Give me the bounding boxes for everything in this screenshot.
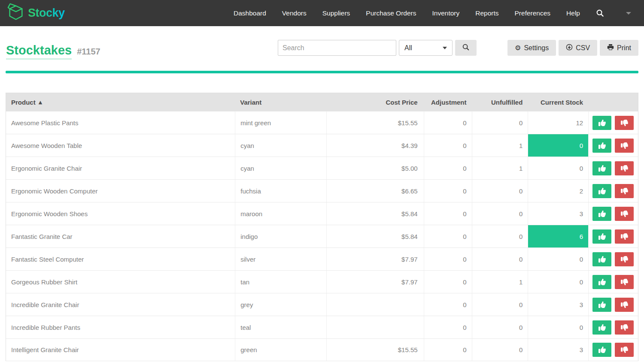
printer-icon	[607, 44, 614, 52]
thumbs-up-button[interactable]	[592, 229, 611, 244]
thumbs-down-button[interactable]	[615, 207, 634, 221]
settings-label: Settings	[524, 44, 549, 52]
title-group: Stocktakes #1157	[6, 43, 100, 59]
sort-ascending-icon: ▲	[39, 100, 42, 105]
thumbs-down-button[interactable]	[615, 184, 634, 198]
product-cell: Awesome Plastic Pants	[6, 112, 235, 134]
search-icon	[462, 43, 470, 52]
thumbs-up-icon	[598, 324, 606, 331]
adjustment-cell: 0	[424, 180, 472, 202]
column-header-unfulfilled[interactable]: Unfulfilled	[472, 99, 528, 106]
thumbs-up-button[interactable]	[592, 275, 611, 289]
thumbs-down-icon	[621, 119, 628, 127]
brand[interactable]: Stocky	[7, 3, 65, 24]
column-header-adjustment[interactable]: Adjustment	[424, 99, 472, 106]
unfulfilled-cell: 1	[472, 134, 528, 157]
row-actions	[588, 202, 638, 225]
unfulfilled-cell: 0	[472, 293, 528, 316]
nav-item-dashboard[interactable]: Dashboard	[234, 9, 266, 17]
thumbs-down-button[interactable]	[615, 320, 634, 335]
thumbs-up-button[interactable]	[592, 139, 611, 153]
variant-cell: tan	[235, 271, 326, 293]
thumbs-up-button[interactable]	[592, 252, 611, 266]
thumbs-up-button[interactable]	[592, 161, 611, 175]
thumbs-down-button[interactable]	[615, 252, 634, 266]
thumbs-up-button[interactable]	[592, 116, 611, 130]
column-header-product[interactable]: Product ▲	[6, 99, 235, 106]
search-input[interactable]	[278, 40, 396, 56]
settings-button[interactable]: ⚙ Settings	[507, 40, 556, 56]
column-header-cost-price[interactable]: Cost Price	[326, 99, 424, 106]
thumbs-down-icon	[621, 165, 628, 172]
thumbs-up-button[interactable]	[592, 343, 611, 357]
nav-item-preferences[interactable]: Preferences	[515, 9, 551, 17]
thumbs-down-icon	[621, 233, 628, 240]
product-cell: Ergonomic Granite Chair	[6, 157, 235, 179]
csv-button[interactable]: CSV	[559, 40, 597, 56]
nav-item-suppliers[interactable]: Suppliers	[322, 9, 350, 17]
print-button[interactable]: Print	[600, 40, 638, 56]
adjustment-cell: 0	[424, 225, 472, 247]
row-actions	[588, 134, 638, 157]
thumbs-down-button[interactable]	[615, 139, 634, 153]
product-cell: Fantastic Steel Computer	[6, 248, 235, 270]
thumbs-down-button[interactable]	[615, 116, 634, 130]
thumbs-up-button[interactable]	[592, 184, 611, 198]
thumbs-up-button[interactable]	[592, 207, 611, 221]
search-button[interactable]	[455, 40, 477, 56]
filter-select[interactable]: All	[399, 40, 453, 56]
product-cell: Incredible Rubber Pants	[6, 316, 235, 338]
thumbs-down-button[interactable]	[615, 161, 634, 175]
table-row: Gorgeous Rubber Shirt tan $7.97 0 1 0	[6, 270, 638, 293]
search-group: All	[278, 40, 477, 56]
variant-cell: teal	[235, 316, 326, 338]
current-stock-cell: 0	[528, 271, 588, 293]
unfulfilled-cell: 0	[472, 339, 528, 361]
thumbs-down-button[interactable]	[615, 275, 634, 289]
table-row: Fantastic Steel Computer silver $7.97 0 …	[6, 247, 638, 270]
thumbs-up-icon	[598, 278, 606, 286]
thumbs-up-icon	[598, 301, 606, 308]
table-header-row: Product ▲ Variant Cost Price Adjustment …	[6, 93, 638, 111]
brand-name: Stocky	[28, 6, 65, 20]
thumbs-up-icon	[598, 119, 606, 127]
nav-search-icon[interactable]	[596, 9, 604, 17]
cost-price-cell: $5.84	[326, 202, 424, 225]
nav-item-purchase-orders[interactable]: Purchase Orders	[366, 9, 416, 17]
download-circle-icon	[566, 44, 573, 52]
csv-label: CSV	[576, 44, 590, 52]
table-row: Awesome Plastic Pants mint green $15.55 …	[6, 111, 638, 134]
thumbs-up-button[interactable]	[592, 298, 611, 312]
thumbs-down-icon	[621, 324, 628, 331]
cost-price-cell: $5.00	[326, 157, 424, 179]
current-stock-cell: 0	[528, 134, 588, 157]
column-header-current-stock[interactable]: Current Stock	[528, 99, 588, 106]
thumbs-down-icon	[621, 187, 628, 195]
cost-price-cell: $15.55	[326, 112, 424, 134]
table-row: Intelligent Granite Chair green $15.55 0…	[6, 338, 638, 361]
table-row: Awesome Wooden Table cyan $4.39 0 1 0	[6, 134, 638, 157]
thumbs-down-button[interactable]	[615, 229, 634, 244]
select-caret-icon	[443, 47, 447, 49]
nav-item-help[interactable]: Help	[566, 9, 580, 17]
thumbs-down-button[interactable]	[615, 343, 634, 357]
adjustment-cell: 0	[424, 248, 472, 270]
thumbs-up-button[interactable]	[592, 320, 611, 335]
account-caret-icon[interactable]	[626, 12, 631, 15]
thumbs-down-button[interactable]	[615, 298, 634, 312]
nav-item-reports[interactable]: Reports	[475, 9, 498, 17]
variant-cell: grey	[235, 293, 326, 316]
current-stock-cell: 0	[528, 248, 588, 270]
variant-cell: cyan	[235, 134, 326, 157]
stocktake-table: Product ▲ Variant Cost Price Adjustment …	[6, 93, 638, 361]
page-title[interactable]: Stocktakes	[6, 43, 72, 59]
nav-item-inventory[interactable]: Inventory	[432, 9, 459, 17]
thumbs-down-icon	[621, 301, 628, 308]
variant-cell: cyan	[235, 157, 326, 179]
unfulfilled-cell: 0	[472, 112, 528, 134]
unfulfilled-cell: 1	[472, 271, 528, 293]
column-header-variant[interactable]: Variant	[235, 99, 326, 106]
filter-select-value: All	[404, 44, 412, 52]
unfulfilled-cell: 1	[472, 157, 528, 179]
nav-item-vendors[interactable]: Vendors	[282, 9, 307, 17]
